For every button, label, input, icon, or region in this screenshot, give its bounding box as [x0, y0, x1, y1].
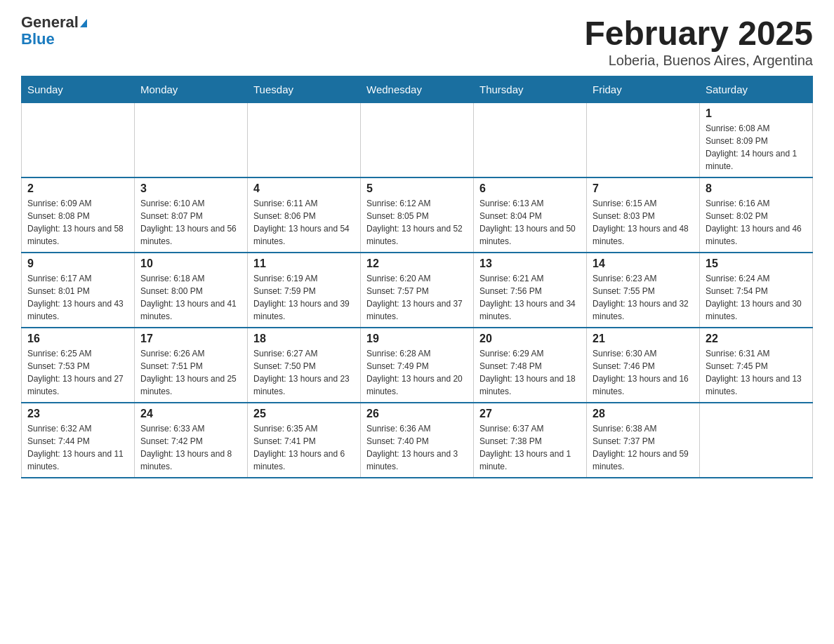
calendar-day-cell [135, 103, 248, 178]
day-info: Sunrise: 6:12 AMSunset: 8:05 PMDaylight:… [366, 197, 468, 248]
day-info: Sunrise: 6:17 AMSunset: 8:01 PMDaylight:… [27, 272, 128, 323]
calendar-day-cell: 27Sunrise: 6:37 AMSunset: 7:38 PMDayligh… [474, 403, 587, 478]
day-info: Sunrise: 6:33 AMSunset: 7:42 PMDaylight:… [140, 422, 241, 473]
calendar-day-cell: 7Sunrise: 6:15 AMSunset: 8:03 PMDaylight… [587, 177, 700, 253]
day-info: Sunrise: 6:30 AMSunset: 7:46 PMDaylight:… [593, 347, 694, 398]
day-info: Sunrise: 6:16 AMSunset: 8:02 PMDaylight:… [706, 197, 807, 248]
page-header: General Blue February 2025 Loberia, Buen… [21, 14, 813, 69]
calendar-day-cell: 8Sunrise: 6:16 AMSunset: 8:02 PMDaylight… [700, 177, 813, 253]
day-info: Sunrise: 6:13 AMSunset: 8:04 PMDaylight:… [479, 197, 581, 248]
day-number: 2 [27, 182, 128, 195]
day-number: 26 [366, 408, 468, 420]
day-info: Sunrise: 6:31 AMSunset: 7:45 PMDaylight:… [706, 347, 807, 398]
day-info: Sunrise: 6:27 AMSunset: 7:50 PMDaylight:… [253, 347, 355, 398]
day-info: Sunrise: 6:28 AMSunset: 7:49 PMDaylight:… [366, 347, 468, 398]
calendar-day-cell: 2Sunrise: 6:09 AMSunset: 8:08 PMDaylight… [22, 177, 135, 253]
calendar-day-cell: 21Sunrise: 6:30 AMSunset: 7:46 PMDayligh… [587, 328, 700, 403]
calendar-day-cell: 22Sunrise: 6:31 AMSunset: 7:45 PMDayligh… [700, 328, 813, 403]
calendar-week-row: 2Sunrise: 6:09 AMSunset: 8:08 PMDaylight… [22, 177, 813, 253]
calendar-day-cell [22, 103, 135, 178]
day-of-week-header: Saturday [700, 76, 813, 103]
day-info: Sunrise: 6:37 AMSunset: 7:38 PMDaylight:… [479, 422, 581, 473]
day-info: Sunrise: 6:08 AMSunset: 8:09 PMDaylight:… [706, 122, 807, 173]
title-block: February 2025 Loberia, Buenos Aires, Arg… [584, 14, 813, 69]
calendar-week-row: 23Sunrise: 6:32 AMSunset: 7:44 PMDayligh… [22, 403, 813, 478]
calendar-day-cell: 1Sunrise: 6:08 AMSunset: 8:09 PMDaylight… [700, 103, 813, 178]
day-info: Sunrise: 6:21 AMSunset: 7:56 PMDaylight:… [479, 272, 581, 323]
calendar-day-cell: 9Sunrise: 6:17 AMSunset: 8:01 PMDaylight… [22, 253, 135, 328]
calendar-day-cell [587, 103, 700, 178]
calendar-day-cell: 10Sunrise: 6:18 AMSunset: 8:00 PMDayligh… [135, 253, 248, 328]
day-of-week-header: Wednesday [361, 76, 474, 103]
day-info: Sunrise: 6:29 AMSunset: 7:48 PMDaylight:… [479, 347, 581, 398]
day-info: Sunrise: 6:20 AMSunset: 7:57 PMDaylight:… [366, 272, 468, 323]
day-number: 7 [593, 182, 694, 195]
calendar-day-cell: 3Sunrise: 6:10 AMSunset: 8:07 PMDaylight… [135, 177, 248, 253]
day-info: Sunrise: 6:18 AMSunset: 8:00 PMDaylight:… [140, 272, 241, 323]
calendar-title: February 2025 [584, 14, 813, 53]
logo-triangle-icon [80, 19, 87, 27]
calendar-header-row: SundayMondayTuesdayWednesdayThursdayFrid… [22, 76, 813, 103]
logo-general-text: General [21, 13, 79, 31]
calendar-day-cell [361, 103, 474, 178]
calendar-day-cell: 28Sunrise: 6:38 AMSunset: 7:37 PMDayligh… [587, 403, 700, 478]
calendar-day-cell [474, 103, 587, 178]
day-number: 19 [366, 333, 468, 345]
calendar-day-cell: 5Sunrise: 6:12 AMSunset: 8:05 PMDaylight… [361, 177, 474, 253]
day-info: Sunrise: 6:19 AMSunset: 7:59 PMDaylight:… [253, 272, 355, 323]
day-number: 9 [27, 257, 128, 270]
calendar-day-cell: 19Sunrise: 6:28 AMSunset: 7:49 PMDayligh… [361, 328, 474, 403]
day-number: 3 [140, 182, 241, 195]
day-number: 21 [593, 333, 694, 345]
logo-blue-text: Blue [21, 31, 87, 48]
calendar-day-cell: 18Sunrise: 6:27 AMSunset: 7:50 PMDayligh… [248, 328, 361, 403]
day-number: 1 [706, 107, 807, 120]
day-number: 27 [479, 408, 581, 420]
day-number: 23 [27, 408, 128, 420]
day-info: Sunrise: 6:35 AMSunset: 7:41 PMDaylight:… [253, 422, 355, 473]
day-of-week-header: Sunday [22, 76, 135, 103]
calendar-day-cell: 23Sunrise: 6:32 AMSunset: 7:44 PMDayligh… [22, 403, 135, 478]
calendar-subtitle: Loberia, Buenos Aires, Argentina [584, 53, 813, 69]
calendar-day-cell: 11Sunrise: 6:19 AMSunset: 7:59 PMDayligh… [248, 253, 361, 328]
calendar-day-cell [248, 103, 361, 178]
calendar-week-row: 1Sunrise: 6:08 AMSunset: 8:09 PMDaylight… [22, 103, 813, 178]
day-info: Sunrise: 6:32 AMSunset: 7:44 PMDaylight:… [27, 422, 128, 473]
calendar-day-cell: 24Sunrise: 6:33 AMSunset: 7:42 PMDayligh… [135, 403, 248, 478]
day-number: 5 [366, 182, 468, 195]
day-info: Sunrise: 6:38 AMSunset: 7:37 PMDaylight:… [593, 422, 694, 473]
day-number: 28 [593, 408, 694, 420]
calendar-week-row: 9Sunrise: 6:17 AMSunset: 8:01 PMDaylight… [22, 253, 813, 328]
calendar-day-cell: 4Sunrise: 6:11 AMSunset: 8:06 PMDaylight… [248, 177, 361, 253]
day-number: 14 [593, 257, 694, 270]
day-number: 17 [140, 333, 241, 345]
day-number: 15 [706, 257, 807, 270]
calendar-day-cell: 17Sunrise: 6:26 AMSunset: 7:51 PMDayligh… [135, 328, 248, 403]
day-info: Sunrise: 6:23 AMSunset: 7:55 PMDaylight:… [593, 272, 694, 323]
day-of-week-header: Tuesday [248, 76, 361, 103]
day-info: Sunrise: 6:15 AMSunset: 8:03 PMDaylight:… [593, 197, 694, 248]
calendar-day-cell: 15Sunrise: 6:24 AMSunset: 7:54 PMDayligh… [700, 253, 813, 328]
calendar-day-cell: 12Sunrise: 6:20 AMSunset: 7:57 PMDayligh… [361, 253, 474, 328]
day-of-week-header: Monday [135, 76, 248, 103]
calendar-header: SundayMondayTuesdayWednesdayThursdayFrid… [22, 76, 813, 103]
calendar-table: SundayMondayTuesdayWednesdayThursdayFrid… [21, 76, 813, 478]
day-number: 16 [27, 333, 128, 345]
day-number: 8 [706, 182, 807, 195]
calendar-day-cell: 20Sunrise: 6:29 AMSunset: 7:48 PMDayligh… [474, 328, 587, 403]
calendar-body: 1Sunrise: 6:08 AMSunset: 8:09 PMDaylight… [22, 103, 813, 478]
calendar-day-cell [700, 403, 813, 478]
day-info: Sunrise: 6:24 AMSunset: 7:54 PMDaylight:… [706, 272, 807, 323]
day-number: 6 [479, 182, 581, 195]
day-number: 13 [479, 257, 581, 270]
day-of-week-header: Friday [587, 76, 700, 103]
day-number: 12 [366, 257, 468, 270]
day-number: 11 [253, 257, 355, 270]
calendar-day-cell: 25Sunrise: 6:35 AMSunset: 7:41 PMDayligh… [248, 403, 361, 478]
day-number: 18 [253, 333, 355, 345]
logo: General Blue [21, 14, 87, 48]
day-number: 4 [253, 182, 355, 195]
calendar-week-row: 16Sunrise: 6:25 AMSunset: 7:53 PMDayligh… [22, 328, 813, 403]
day-info: Sunrise: 6:26 AMSunset: 7:51 PMDaylight:… [140, 347, 241, 398]
day-of-week-header: Thursday [474, 76, 587, 103]
